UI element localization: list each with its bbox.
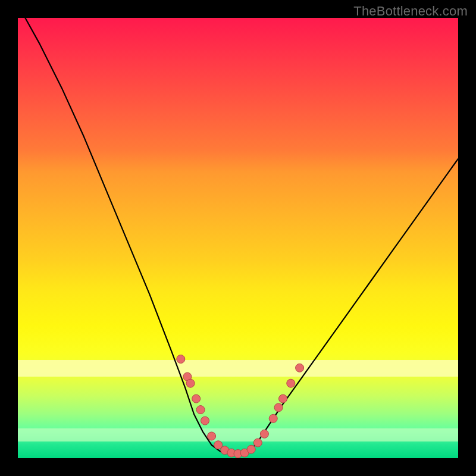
marker-dot: [192, 394, 201, 403]
chart-overlay-svg: [18, 18, 458, 458]
marker-dot: [287, 379, 295, 387]
bottleneck-curve-line: [18, 5, 458, 454]
marker-dot: [177, 355, 185, 364]
marker-group: [177, 355, 304, 458]
marker-dot: [253, 439, 262, 447]
watermark-text: TheBottleneck.com: [353, 4, 468, 19]
marker-dot: [201, 416, 209, 425]
marker-dot: [208, 432, 216, 440]
marker-dot: [296, 364, 304, 372]
chart-frame: TheBottleneck.com: [0, 0, 476, 476]
marker-dot: [260, 430, 268, 438]
marker-dot: [186, 379, 195, 387]
marker-dot: [196, 406, 205, 414]
marker-dot: [269, 414, 277, 422]
marker-dot: [274, 403, 283, 412]
marker-dot: [279, 394, 287, 403]
marker-dot: [247, 445, 255, 453]
